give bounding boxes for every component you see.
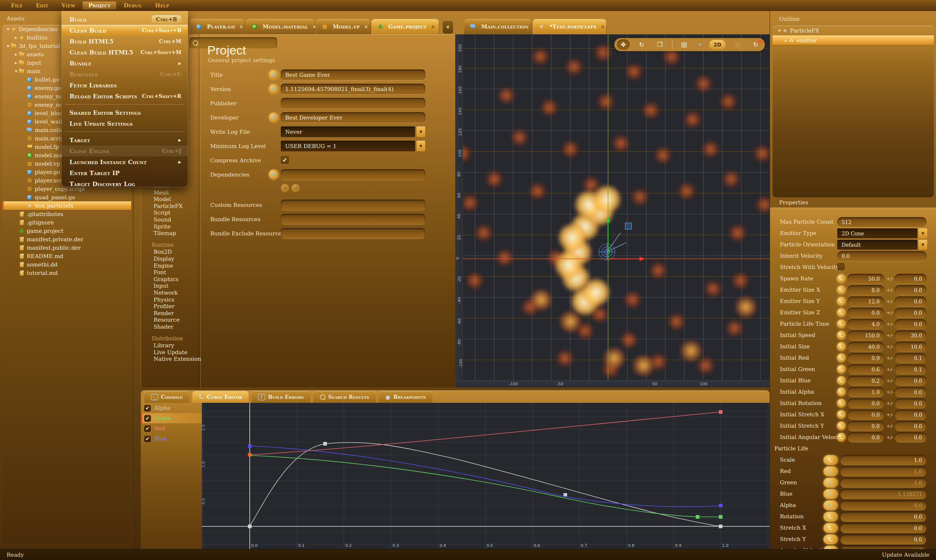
chevron-down-icon[interactable]: ▼: [416, 141, 425, 151]
category-item-shader[interactable]: Shader: [154, 323, 174, 330]
initial-blue-value-field[interactable]: 0.2: [848, 376, 884, 386]
menu-item-clean-build[interactable]: Clean BuildCtrl+Shift+B: [62, 25, 188, 36]
menu-item-enter-target-ip[interactable]: Enter Target IP: [62, 168, 188, 178]
tree-item-game-project[interactable]: ♣game.project: [2, 227, 131, 235]
rotation-curve-button[interactable]: [824, 512, 838, 522]
publisher-field[interactable]: [281, 98, 425, 109]
category-item-font[interactable]: Font: [154, 269, 166, 275]
menubar-item-help[interactable]: Help: [149, 2, 175, 9]
add-dependency-button[interactable]: ＋: [281, 184, 289, 192]
version-field[interactable]: 1.1125694.457908021_final(3)_final(4): [281, 84, 425, 94]
initial-blue-spread-field[interactable]: 0.0: [895, 376, 927, 386]
minimum-log-level-select[interactable]: USER DEBUG = 1: [281, 141, 415, 151]
red-value-field[interactable]: 1.0: [840, 466, 927, 476]
dependencies-field[interactable]: [281, 169, 425, 180]
tab-close-icon[interactable]: ✕: [364, 24, 368, 29]
chevron-right-icon[interactable]: ▶: [14, 52, 18, 56]
stretch-y-curve-button[interactable]: [824, 534, 838, 544]
tab-model-vp[interactable]: ⊠Model.vp✕: [316, 19, 371, 34]
chevron-down-icon[interactable]: ▼: [919, 240, 927, 250]
particle-life-time-value-field[interactable]: 4.0: [848, 319, 884, 329]
menu-item-clean-build-html5[interactable]: Clean Build HTML5Ctrl+Shift+M: [62, 47, 188, 58]
initial-green-curve-button[interactable]: [837, 365, 846, 374]
initial-green-value-field[interactable]: 0.6: [848, 365, 884, 374]
initial-stretch-y-curve-button[interactable]: [837, 422, 846, 430]
menu-item-live-update-settings[interactable]: Live Update Settings: [62, 118, 188, 129]
rotate-tool-button[interactable]: ↻: [636, 40, 648, 50]
particle-life-time-curve-button[interactable]: [837, 320, 846, 328]
category-item-network[interactable]: Network: [154, 289, 178, 296]
chevron-down-icon[interactable]: ▼: [6, 28, 11, 31]
update-available-link[interactable]: Update Available: [882, 552, 930, 558]
particle-orientation-select[interactable]: Default: [837, 240, 918, 250]
tab-test-particlefx[interactable]: ✳*Test.particlefx✕: [533, 19, 607, 34]
initial-red-curve-button[interactable]: [837, 354, 846, 362]
emitter-size-x-spread-field[interactable]: 0.0: [895, 285, 927, 295]
rotation-value-field[interactable]: 0.0: [840, 512, 927, 522]
scene-viewport[interactable]: 200180160140120100806040200-20-40-60-80-…: [455, 34, 770, 388]
initial-red-spread-field[interactable]: 0.1: [895, 353, 927, 363]
menu-item-target[interactable]: Target▶: [62, 134, 188, 146]
stretch-with-velocity-checkbox[interactable]: [837, 263, 845, 271]
mode-2d-button[interactable]: 2D: [709, 40, 725, 50]
particle-life-time-spread-field[interactable]: 0.0: [895, 319, 927, 329]
category-item-mesh[interactable]: Mesh: [154, 189, 169, 196]
initial-angular-velocity-spread-field[interactable]: 0.0: [895, 432, 927, 442]
category-item-physics[interactable]: Physics: [154, 297, 174, 303]
initial-size-spread-field[interactable]: 10.0: [895, 342, 927, 352]
category-item-profiler[interactable]: Profiler: [154, 303, 174, 309]
menu-item-reload-editor-scripts[interactable]: Reload Editor ScriptsCtrl+Shift+R: [62, 91, 188, 102]
tree-item-manifest-public-der[interactable]: manifest.public.der: [2, 243, 131, 252]
initial-stretch-y-value-field[interactable]: 0.0: [848, 421, 884, 431]
reset-button[interactable]: ↺: [269, 112, 279, 123]
inherit-velocity-field[interactable]: 0.0: [837, 251, 927, 261]
initial-alpha-value-field[interactable]: 1.0: [848, 387, 884, 397]
emitter-size-y-value-field[interactable]: 12.0: [848, 297, 884, 306]
tab-close-icon[interactable]: ✕: [312, 24, 316, 29]
bottom-tab-search-results[interactable]: Search Results: [313, 391, 376, 403]
initial-alpha-spread-field[interactable]: 0.0: [895, 387, 927, 397]
tree-item-readme-md[interactable]: README.md: [2, 252, 131, 260]
initial-stretch-x-curve-button[interactable]: [837, 410, 846, 419]
emitter-size-z-curve-button[interactable]: [837, 308, 846, 317]
initial-speed-curve-button[interactable]: [837, 331, 846, 340]
initial-rotation-value-field[interactable]: 0.0: [848, 398, 884, 408]
initial-blue-curve-button[interactable]: [837, 376, 846, 385]
remove-dependency-button[interactable]: −: [291, 184, 300, 192]
tab-close-icon[interactable]: ✕: [240, 24, 243, 29]
tab-game-project[interactable]: ♣Game.project✕: [371, 19, 439, 34]
scale-tool-button[interactable]: ❐: [654, 40, 666, 50]
tab-player-go[interactable]: Player.go✕: [190, 19, 245, 34]
initial-stretch-x-spread-field[interactable]: 0.0: [895, 410, 927, 420]
blue-curve-button[interactable]: [824, 489, 838, 499]
category-item-engine[interactable]: Engine: [154, 263, 173, 269]
scale-curve-button[interactable]: [824, 455, 838, 465]
emitter-size-x-value-field[interactable]: 8.0: [848, 285, 884, 295]
alpha-value-field[interactable]: 0.0: [840, 500, 927, 510]
red-curve-button[interactable]: [824, 466, 838, 476]
checkbox-icon[interactable]: ✔: [144, 425, 151, 432]
chevron-down-icon[interactable]: ▼: [777, 29, 782, 32]
menubar-item-project[interactable]: Project: [83, 2, 117, 9]
initial-rotation-curve-button[interactable]: [837, 399, 846, 408]
grid-toggle-button[interactable]: [678, 40, 690, 50]
category-item-display[interactable]: Display: [154, 255, 174, 262]
category-item-tilemap[interactable]: Tilemap: [154, 230, 176, 237]
menu-item-launched-instance-count[interactable]: Launched Instance Count▶: [62, 157, 188, 168]
curve-editor-plot[interactable]: 0.00.10.20.30.40.50.60.70.80.91.01.51.00…: [202, 403, 770, 549]
move-tool-button[interactable]: ✥: [617, 40, 630, 50]
reset-button[interactable]: ↺: [269, 169, 279, 180]
tab-overflow-button[interactable]: ▼: [443, 20, 453, 34]
category-item-box2d[interactable]: Box2D: [154, 249, 172, 255]
bottom-tab-breakpoints[interactable]: ◉Breakpoints: [379, 391, 433, 403]
spawn-rate-value-field[interactable]: 50.0: [848, 274, 884, 284]
write-log-file-select[interactable]: Never: [281, 126, 415, 137]
grid-dropdown-button[interactable]: ▼: [696, 40, 704, 50]
category-item-resource[interactable]: Resource: [154, 317, 180, 323]
refresh-button[interactable]: ↻: [750, 40, 762, 50]
perspective-toggle-button[interactable]: ◇: [731, 40, 744, 50]
chevron-down-icon[interactable]: ▼: [6, 44, 11, 48]
initial-rotation-spread-field[interactable]: 0.0: [895, 398, 927, 408]
scale-value-field[interactable]: 1.0: [840, 455, 927, 465]
tab-model-material[interactable]: Model.material✕: [246, 19, 315, 34]
